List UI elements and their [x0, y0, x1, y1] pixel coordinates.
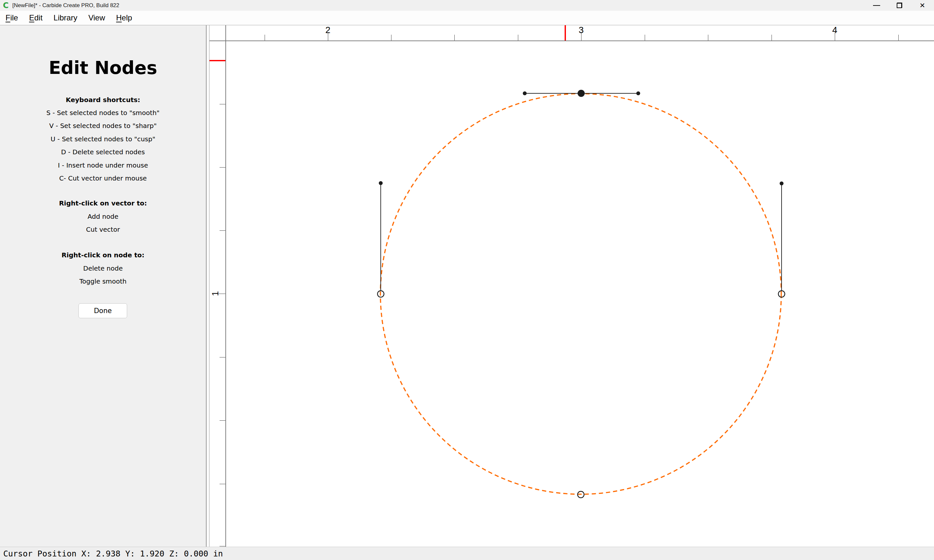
vruler-tick [220, 484, 225, 484]
vruler-label-2-clipped: 2 [211, 41, 220, 43]
hruler-tick [391, 35, 391, 40]
keyboard-shortcuts-header: Keyboard shortcuts: [0, 93, 206, 106]
vector-circle-path[interactable] [381, 94, 781, 494]
menu-bar: File Edit Library View Help [0, 11, 934, 25]
restore-icon [897, 3, 902, 8]
hruler-tick [708, 35, 708, 40]
action-cut-vector: Cut vector [0, 223, 206, 236]
top-node-handle-right[interactable] [636, 91, 640, 95]
edit-nodes-panel: Edit Nodes Keyboard shortcuts: S - Set s… [0, 25, 207, 547]
menu-view[interactable]: View [83, 11, 111, 25]
right-node-handle-dot[interactable] [780, 182, 783, 185]
design-canvas[interactable] [226, 41, 934, 547]
panel-splitter[interactable] [207, 25, 209, 547]
shortcut-cut: C- Cut vector under mouse [0, 172, 206, 185]
hruler-tick [265, 35, 265, 40]
shortcut-cusp: U - Set selected nodes to "cusp" [0, 132, 206, 146]
hruler-label-3: 3 [575, 25, 588, 35]
vruler-tick [220, 546, 225, 546]
hruler-label-4: 4 [828, 25, 841, 35]
menu-edit[interactable]: Edit [24, 11, 48, 25]
cursor-y-marker [210, 60, 225, 61]
minimize-button[interactable] [865, 0, 888, 11]
top-node-selected[interactable] [578, 90, 585, 97]
vector-editor-svg [226, 41, 934, 547]
menu-file[interactable]: File [0, 11, 24, 25]
minimize-icon [873, 5, 880, 6]
vruler-tick [220, 167, 225, 168]
window-title: [NewFile]* - Carbide Create PRO, Build 8… [12, 0, 119, 11]
vruler-tick [220, 104, 225, 105]
node-actions-header: Right-click on node to: [0, 249, 206, 262]
done-button[interactable]: Done [79, 303, 127, 318]
shortcut-sharp: V - Set selected nodes to "sharp" [0, 119, 206, 132]
action-toggle-smooth: Toggle smooth [0, 275, 206, 288]
menu-library[interactable]: Library [48, 11, 83, 25]
hruler-tick [645, 35, 645, 40]
horizontal-ruler: 2 3 4 [226, 25, 934, 41]
action-delete-node: Delete node [0, 262, 206, 275]
title-bar: C [NewFile]* - Carbide Create PRO, Build… [0, 0, 934, 11]
panel-title: Edit Nodes [0, 58, 206, 78]
close-button[interactable]: ✕ [911, 0, 934, 11]
shortcut-insert: I - Insert node under mouse [0, 159, 206, 172]
vruler-tick [220, 420, 225, 421]
vruler-tick [220, 357, 225, 357]
app-logo-icon: C [3, 2, 11, 9]
cursor-position-readout: Cursor Position X: 2.938 Y: 1.920 Z: 0.0… [3, 547, 223, 560]
close-icon: ✕ [919, 2, 925, 9]
shortcut-smooth: S - Set selected nodes to "smooth" [0, 106, 206, 119]
top-node-handle-left[interactable] [523, 91, 527, 95]
vertical-ruler: 2 1 [209, 25, 227, 547]
vector-actions-header: Right-click on vector to: [0, 197, 206, 210]
hruler-tick [518, 35, 518, 40]
menu-help[interactable]: Help [111, 11, 137, 25]
action-add-node: Add node [0, 210, 206, 223]
shortcut-delete: D - Delete selected nodes [0, 146, 206, 158]
status-bar: Cursor Position X: 2.938 Y: 1.920 Z: 0.0… [0, 547, 934, 560]
carbide-create-window: C [NewFile]* - Carbide Create PRO, Build… [0, 0, 934, 560]
hruler-label-2: 2 [321, 25, 334, 35]
restore-button[interactable] [888, 0, 911, 11]
vruler-label-1: 1 [210, 288, 221, 299]
left-node-handle-dot[interactable] [379, 181, 383, 185]
cursor-x-marker [565, 25, 566, 40]
hruler-tick [454, 35, 455, 40]
